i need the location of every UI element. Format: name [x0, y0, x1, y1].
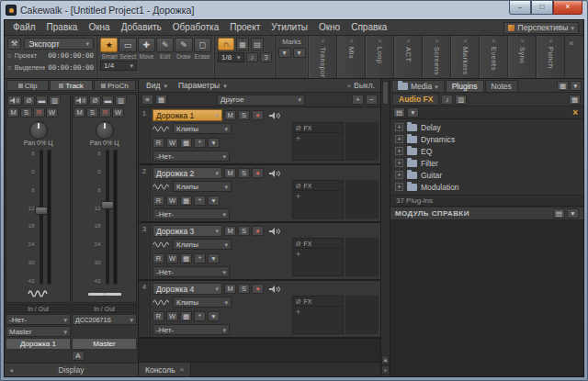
off-toggle[interactable]: ×Выкл.	[346, 81, 378, 90]
input-dropdown[interactable]: -Нет-▾	[153, 151, 230, 162]
close-icon[interactable]: ×	[435, 38, 438, 45]
mute-button[interactable]: M	[7, 107, 19, 118]
output-dropdown[interactable]: Master▾	[6, 326, 71, 337]
track-filter-dropdown[interactable]: Другое▾	[217, 95, 305, 106]
view-menu[interactable]: Вид▾	[141, 80, 172, 92]
snap-grid-button[interactable]: ▦	[236, 38, 249, 50]
maximize-button[interactable]: □	[531, 1, 553, 15]
tab-notes[interactable]: Notes	[485, 80, 518, 92]
collapsed-module[interactable]: ×Punch	[537, 36, 565, 78]
plugin-category[interactable]: +EQ	[390, 145, 583, 157]
solo-button[interactable]: S	[238, 226, 250, 236]
mute-button[interactable]: M	[224, 284, 236, 294]
master-name-box[interactable]: Master	[72, 338, 137, 350]
output-dropdown[interactable]: ДСС20671S▾	[72, 314, 137, 325]
interleave-button[interactable]: ▥	[115, 95, 127, 106]
clips-dropdown[interactable]: Клипы▾	[173, 181, 232, 192]
record-arm-button[interactable]: R	[99, 107, 111, 118]
mute-button[interactable]: M	[224, 168, 236, 178]
layout-icon-button[interactable]: ▦	[569, 95, 581, 105]
add-track-button[interactable]: +	[352, 95, 364, 105]
options-menu[interactable]: Параметры▾	[174, 80, 232, 92]
menu-item[interactable]: Окно	[313, 20, 345, 35]
collapsed-module[interactable]: ×Screens	[423, 36, 451, 78]
phase-button[interactable]: Ø	[89, 95, 101, 106]
expand-icon[interactable]: +	[395, 171, 403, 179]
more-dropdown[interactable]: ▾	[208, 138, 220, 148]
track-name[interactable]: Дорожка 1▾	[153, 109, 222, 121]
erase-tool-button[interactable]: ◻	[194, 38, 211, 52]
midi-fx-button[interactable]: ♪	[441, 95, 453, 105]
input-dropdown[interactable]: -Нет-▾	[153, 324, 230, 335]
perspectives-dropdown[interactable]: Перспективы ▾	[503, 22, 579, 34]
pan-knob[interactable]	[96, 121, 114, 140]
smart-tool-button[interactable]: ★	[100, 38, 118, 52]
phase-button[interactable]: Ø	[23, 95, 35, 106]
move-tool-button[interactable]: ✚	[138, 38, 155, 52]
track-lane[interactable]	[345, 296, 379, 334]
input-echo-icon[interactable]	[267, 226, 282, 236]
plugin-category[interactable]: +Filter	[390, 157, 583, 169]
scrollbar-thumb[interactable]	[382, 81, 389, 105]
fx-bin[interactable]: ØFX +	[292, 296, 344, 334]
collapse-arrows-icon[interactable]: «	[565, 36, 578, 78]
track-name[interactable]: Дорожка 3▾	[153, 225, 222, 237]
track-lane[interactable]	[345, 122, 379, 161]
add-fx-button[interactable]: +	[293, 249, 343, 260]
menu-item[interactable]: Правка	[41, 20, 84, 35]
automation-read-button[interactable]: R	[153, 253, 164, 263]
sort-icon-button[interactable]: ▤	[393, 107, 405, 118]
clips-dropdown[interactable]: Клипы▾	[173, 239, 232, 250]
close-icon[interactable]: ×	[548, 38, 552, 45]
automation-read-button[interactable]: R	[153, 311, 164, 321]
collapsed-module[interactable]: ×Events	[480, 36, 508, 78]
fx-bypass-icon[interactable]: Ø	[296, 125, 300, 131]
plugin-category[interactable]: +Modulation	[390, 181, 583, 193]
track-row[interactable]: 1 Дорожка 1▾ M S ● Клипы▾	[139, 107, 380, 165]
mono-button[interactable]: ▬	[36, 95, 48, 106]
automation-write-button[interactable]: W	[166, 253, 178, 263]
snap-magnet-button[interactable]: ∩	[218, 38, 234, 50]
input-echo-icon[interactable]	[267, 168, 282, 178]
fx-bin[interactable]: ØFX +	[292, 180, 344, 219]
write-automation-button[interactable]: W	[112, 107, 124, 118]
solo-button[interactable]: S	[238, 110, 250, 120]
clips-dropdown[interactable]: Клипы▾	[173, 297, 232, 308]
layout-a-button[interactable]: A	[72, 351, 85, 361]
track-name[interactable]: Дорожка 2▾	[153, 167, 222, 179]
record-arm-button[interactable]: R	[33, 107, 45, 118]
mute-button[interactable]: M	[224, 226, 236, 236]
interleave-button[interactable]: ▥	[49, 95, 61, 106]
add-fx-button[interactable]: +	[293, 133, 343, 144]
note-icon-button[interactable]: ♪	[246, 52, 258, 62]
input-echo-button[interactable]	[7, 95, 22, 106]
draw-resolution-dropdown[interactable]: 1/4▾	[100, 61, 137, 71]
menu-item[interactable]: Добавить	[116, 20, 167, 35]
write-automation-button[interactable]: W	[46, 107, 58, 118]
track-lane[interactable]	[345, 238, 379, 276]
panel-menu-button[interactable]: ▾	[570, 81, 582, 91]
automation-read-button[interactable]: R	[153, 138, 164, 148]
export-dropdown[interactable]: Экспорт▾	[24, 38, 94, 50]
collapsed-module[interactable]: ×Sync	[508, 36, 537, 78]
track-row[interactable]: 3 Дорожка 3▾ M S ● Клипы▾	[139, 223, 380, 281]
mute-button[interactable]: M	[74, 107, 85, 118]
volume-fader[interactable]	[106, 150, 109, 285]
fx-bypass-icon[interactable]: Ø	[296, 241, 300, 247]
close-icon[interactable]: ×	[180, 365, 185, 374]
menu-item[interactable]: Справка	[345, 20, 392, 35]
collapsed-module[interactable]: ×Transport	[309, 36, 337, 78]
record-arm-button[interactable]: ●	[252, 226, 264, 236]
solo-button[interactable]: S	[238, 168, 250, 178]
close-icon[interactable]: ×	[463, 38, 467, 45]
input-echo-icon[interactable]	[267, 110, 282, 120]
help-module-header[interactable]: МОДУЛЬ СПРАВКИ ▤ ▾	[390, 207, 583, 220]
pan-knob[interactable]	[29, 121, 48, 140]
fx-bypass-icon[interactable]: Ø	[296, 183, 300, 189]
input-dropdown[interactable]: -Нет-▾	[153, 208, 230, 219]
track-name[interactable]: Дорожка 4▾	[153, 283, 222, 295]
tab-audio-fx[interactable]: Audio FX	[392, 94, 439, 106]
close-icon[interactable]: ×	[321, 38, 324, 45]
snap-landmarks-button[interactable]: ▤	[251, 38, 264, 50]
mono-button[interactable]: ▬	[102, 95, 114, 106]
